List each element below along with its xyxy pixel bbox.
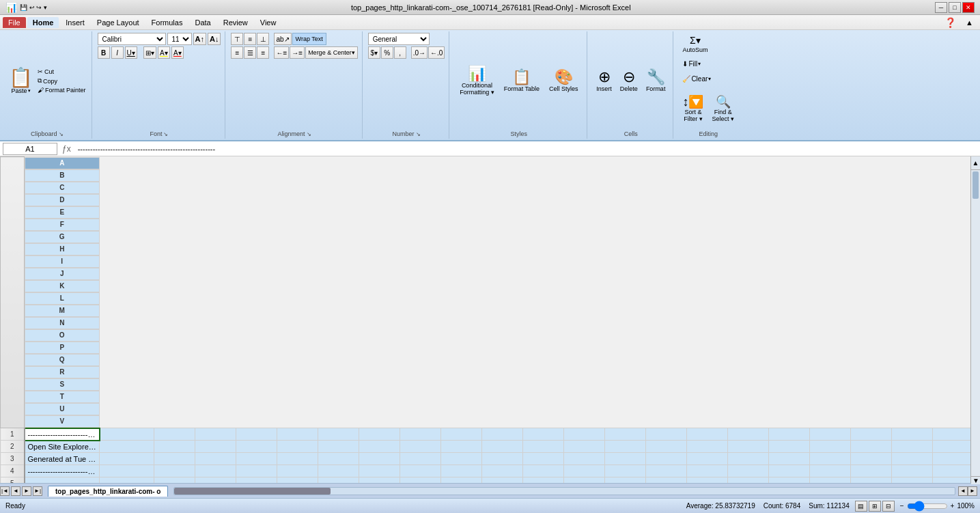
vertical-scrollbar[interactable]: ▲ ▼ [970,156,980,483]
wrap-text-button[interactable]: Wrap Text [292,33,326,45]
comma-button[interactable]: , [394,46,406,59]
cell[interactable] [441,428,482,441]
col-header-g[interactable]: G [25,231,100,243]
alignment-expand-icon[interactable]: ↘ [307,131,311,137]
empty-cell[interactable] [851,441,892,453]
cell[interactable] [195,428,236,441]
cell[interactable] [400,428,441,441]
cell[interactable] [100,477,154,484]
increase-font-button[interactable]: A↑ [193,33,206,45]
copy-button[interactable]: ⧉ Copy [36,77,87,85]
col-header-p[interactable]: P [25,342,100,354]
empty-cell[interactable] [769,428,810,441]
col-header-v[interactable]: V [25,415,100,428]
sheet-tab-1[interactable]: top_pages_http_linkarati-com- o [48,486,168,497]
empty-cell[interactable] [851,453,892,465]
scroll-right-button[interactable]: ► [968,486,977,496]
format-painter-button[interactable]: 🖌 Format Painter [36,86,87,94]
cell[interactable] [318,465,359,477]
number-format-select[interactable]: General [368,33,430,45]
empty-cell[interactable] [482,453,523,465]
format-as-table-button[interactable]: 📋 Format Table [501,61,543,102]
formula-input[interactable] [76,143,977,155]
empty-cell[interactable] [892,453,933,465]
font-name-select[interactable]: Calibri [98,33,166,45]
empty-cell[interactable] [769,477,810,484]
decrease-font-button[interactable]: A↓ [208,33,221,45]
col-header-q[interactable]: Q [25,354,100,366]
fill-button[interactable]: ⬇ Fill ▾ [679,57,704,70]
empty-cell[interactable] [523,453,564,465]
empty-cell[interactable] [851,465,892,477]
merge-center-button[interactable]: Merge & Center▾ [305,46,358,59]
empty-cell[interactable] [605,465,646,477]
col-header-r[interactable]: R [25,366,100,378]
empty-cell[interactable] [810,477,851,484]
cell[interactable] [277,428,318,441]
col-header-h[interactable]: H [25,243,100,255]
empty-cell[interactable] [523,428,564,441]
empty-cell[interactable] [564,441,605,453]
empty-cell[interactable] [769,441,810,453]
menu-view[interactable]: View [255,17,282,28]
col-header-o[interactable]: O [25,329,100,342]
help-icon[interactable]: ❓ [940,16,960,29]
minimize-button[interactable]: ─ [935,2,947,13]
empty-cell[interactable] [687,441,728,453]
find-select-button[interactable]: 🔍 Find &Select ▾ [708,88,738,129]
increase-indent-button[interactable]: →≡ [290,46,305,59]
col-header-c[interactable]: C [25,182,100,194]
empty-cell[interactable] [482,428,523,441]
cell[interactable] [400,477,441,484]
font-expand-icon[interactable]: ↘ [163,131,168,137]
empty-cell[interactable] [605,441,646,453]
cell[interactable] [359,477,400,484]
paste-button[interactable]: 📋 Paste▾ [7,66,35,96]
empty-cell[interactable] [523,465,564,477]
cell[interactable] [195,465,236,477]
name-box[interactable] [3,143,57,155]
cell[interactable] [100,453,154,465]
align-center-button[interactable]: ☰ [244,46,256,59]
empty-cell[interactable] [564,477,605,484]
font-size-select[interactable]: 11 [167,33,192,45]
col-header-j[interactable]: J [25,268,100,280]
cell[interactable]: ----------------------------------------… [25,465,100,477]
menu-file[interactable]: File [3,17,26,28]
cell[interactable] [318,441,359,453]
sheet-nav-first[interactable]: |◄ [0,486,10,496]
empty-cell[interactable] [933,477,971,484]
normal-view-button[interactable]: ▤ [855,501,867,512]
col-header-n[interactable]: N [25,317,100,329]
cell[interactable] [195,453,236,465]
cell[interactable] [236,428,277,441]
cell[interactable] [441,477,482,484]
cell[interactable] [359,465,400,477]
empty-cell[interactable] [933,453,971,465]
empty-cell[interactable] [482,441,523,453]
cell[interactable] [277,465,318,477]
cut-button[interactable]: ✂ Cut [36,68,87,76]
cell[interactable] [400,441,441,453]
empty-cell[interactable] [646,453,687,465]
cell[interactable] [441,453,482,465]
cell[interactable] [100,465,154,477]
align-left-button[interactable]: ≡ [231,46,243,59]
align-top-button[interactable]: ⊤ [231,33,243,45]
menu-page-layout[interactable]: Page Layout [92,17,145,28]
page-layout-view-button[interactable]: ⊞ [869,501,881,512]
cell[interactable] [154,453,195,465]
increase-decimal-button[interactable]: .0→ [411,46,428,59]
empty-cell[interactable] [769,453,810,465]
cell[interactable] [277,441,318,453]
cell[interactable] [154,428,195,441]
empty-cell[interactable] [933,441,971,453]
cell[interactable] [236,465,277,477]
empty-cell[interactable] [769,465,810,477]
col-header-u[interactable]: U [25,403,100,415]
cell[interactable] [318,477,359,484]
empty-cell[interactable] [687,453,728,465]
restore-button[interactable]: □ [949,2,961,13]
minimize-ribbon[interactable]: ▲ [962,17,977,28]
cell[interactable] [195,477,236,484]
